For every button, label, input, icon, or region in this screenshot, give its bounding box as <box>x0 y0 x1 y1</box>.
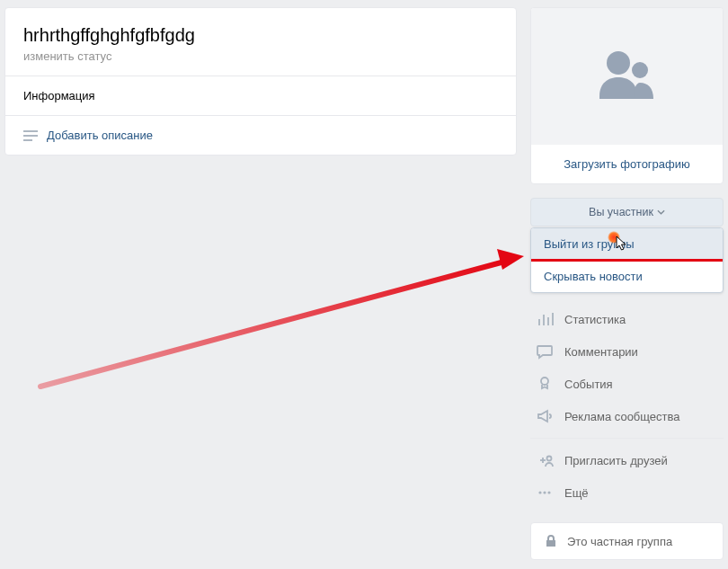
private-group-card: Это частная группа <box>530 522 724 560</box>
megaphone-icon <box>536 407 554 425</box>
svg-rect-0 <box>23 130 38 132</box>
description-icon <box>23 130 38 141</box>
cursor-icon <box>616 236 627 252</box>
menu-more[interactable]: Ещё <box>530 476 724 509</box>
menu-comments-label: Комментарии <box>564 345 638 359</box>
more-icon <box>536 484 554 502</box>
events-icon <box>536 375 554 393</box>
menu-events-label: События <box>564 378 613 391</box>
photo-card: Загрузить фотографию <box>530 7 724 184</box>
upload-photo-link[interactable]: Загрузить фотографию <box>531 145 723 183</box>
svg-point-3 <box>607 51 630 75</box>
menu-more-label: Ещё <box>564 486 589 500</box>
add-description-link[interactable]: Добавить описание <box>47 129 153 142</box>
member-dropdown: Выйти из группы Скрывать новости <box>530 227 724 293</box>
change-status-link[interactable]: изменить статус <box>23 49 498 63</box>
dropdown-hide-news[interactable]: Скрывать новости <box>531 260 723 292</box>
svg-point-12 <box>547 457 552 461</box>
add-description-row[interactable]: Добавить описание <box>5 116 516 155</box>
dropdown-hide-label: Скрывать новости <box>544 270 643 283</box>
private-group-label: Это частная группа <box>567 535 672 548</box>
lock-icon <box>544 534 558 548</box>
member-status-label: Вы участник <box>589 206 653 218</box>
dropdown-leave-group[interactable]: Выйти из группы <box>531 228 723 260</box>
svg-rect-2 <box>23 139 32 141</box>
svg-rect-1 <box>23 135 38 137</box>
member-status-button[interactable]: Вы участник <box>530 198 724 227</box>
menu-ads[interactable]: Реклама сообщества <box>530 400 724 432</box>
chevron-down-icon <box>657 209 665 215</box>
menu-ads-label: Реклама сообщества <box>564 410 680 423</box>
svg-point-9 <box>541 378 548 385</box>
menu-stats-label: Статистика <box>564 313 626 326</box>
svg-point-4 <box>632 62 648 78</box>
menu-events[interactable]: События <box>530 368 724 400</box>
menu-stats[interactable]: Статистика <box>530 303 724 335</box>
svg-point-14 <box>543 491 546 493</box>
avatar-placeholder-icon <box>594 47 661 106</box>
info-heading: Информация <box>5 76 516 115</box>
menu-invite-label: Пригласить друзей <box>564 454 668 467</box>
svg-point-15 <box>547 491 550 493</box>
invite-friends-icon <box>536 451 554 469</box>
menu-comments[interactable]: Комментарии <box>530 335 724 368</box>
group-header-card: hrhrthgffghghfgfbfgdg изменить статус Ин… <box>4 7 517 156</box>
comments-icon <box>536 342 554 360</box>
group-title: hrhrthgffghghfgfbfgdg <box>23 24 498 46</box>
avatar-placeholder <box>531 8 723 145</box>
menu-invite[interactable]: Пригласить друзей <box>530 444 724 476</box>
stats-icon <box>536 310 554 328</box>
svg-point-13 <box>538 491 541 493</box>
